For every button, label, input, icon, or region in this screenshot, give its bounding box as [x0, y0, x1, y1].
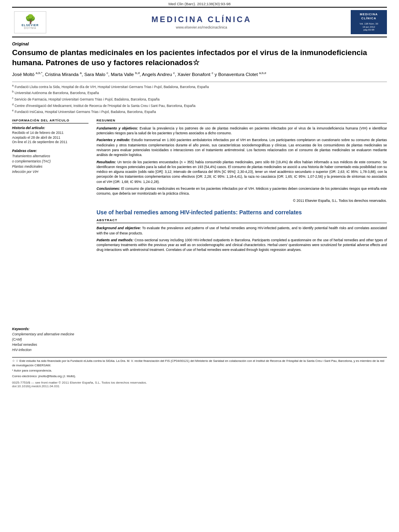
abstract-en-section: ABSTRACT Background and objective: To ev… [97, 218, 387, 253]
star-footnote: ☆ ☆ Este estudio ha sido financiado por … [12, 359, 387, 368]
right-column: RESUMEN Fundamento y objetivos: Evaluar … [97, 119, 387, 353]
abstract-background: Background and objective: To evaluate th… [97, 226, 387, 236]
left-column: INFORMACIÓN DEL ARTÍCULO Historia del ar… [12, 119, 88, 353]
received-text: Recibido el 14 de febrero de 2011 [12, 131, 88, 136]
two-column-layout: INFORMACIÓN DEL ARTÍCULO Historia del ar… [12, 119, 387, 353]
keyword-1: Tratamientos alternativos [12, 154, 88, 159]
info-section-label: INFORMACIÓN DEL ARTÍCULO [12, 119, 88, 123]
affil-a: a Fundació Lluita contra la Sida, Hospit… [12, 84, 387, 90]
journal-title-center: MEDICINA CLÍNICA www.elsevier.es/medicin… [52, 15, 351, 29]
english-title: Use of herbal remedies among HIV-infecte… [97, 209, 387, 216]
star-symbol: ☆ [12, 359, 16, 363]
resumen-pacientes: Pacientes y método: Estudio transversal … [97, 138, 387, 157]
article-title: Consumo de plantas medicinales en los pa… [12, 48, 387, 68]
keyword-en-4: HIV-infection [12, 347, 88, 353]
email-footnote: Correo electrónico: jmolto@flsida.org (J… [12, 374, 387, 379]
fundamento-label: Fundamento y objetivos: [97, 126, 138, 130]
citation-text: Med Clin (Barc). 2012;138(30):93-98 [169, 2, 231, 6]
corresponding-footnote: * Autor para correspondencia. [12, 369, 387, 373]
keywords-section-es: Palabras clave: Tratamientos alternativo… [12, 149, 88, 174]
patients-methods-label: Patients and methods: [97, 238, 134, 242]
keyword-2: o complementarios (TAC) [12, 159, 88, 164]
copyright-es: © 2011 Elsevier España, S.L. Todos los d… [97, 198, 387, 203]
authors-line: José Moltó a,b,*, Cristina Miranda a, Sa… [12, 71, 387, 78]
abstract-en-label: ABSTRACT [97, 218, 387, 223]
journal-header: 🌳 ELSEVIER DOYMA MEDICINA CLÍNICA www.el… [12, 7, 387, 37]
keyword-3: Plantas medicinales [12, 164, 88, 169]
affil-d: d Centre d'Investigació del Medicament, … [12, 103, 387, 109]
issn-line: 0025-7753/$ — see front matter © 2011 El… [12, 381, 387, 384]
affil-c: c Servicio de Farmacia, Hospital Univers… [12, 96, 387, 102]
pacientes-label: Pacientes y método: [97, 138, 130, 142]
doi-line: doi:10.1016/j.medcli.2011.04.031 [12, 384, 387, 388]
keyword-en-1: Complementary and alternative medicine [12, 332, 88, 337]
affil-b: b Universitat Autònoma de Barcelona, Bar… [12, 90, 387, 96]
resumen-fundamento: Fundamento y objetivos: Evaluar la preva… [97, 126, 387, 136]
resumen-conclusiones: Conclusiones: El consumo de plantas medi… [97, 186, 387, 196]
resultados-label: Resultados: [97, 160, 116, 164]
elsevier-logo: 🌳 ELSEVIER DOYMA [12, 11, 48, 33]
article-info-section: INFORMACIÓN DEL ARTÍCULO Historia del ar… [12, 119, 88, 175]
background-label: Background and objective: [97, 226, 141, 230]
title-star: ☆ [193, 58, 200, 67]
online-text: On-line el 21 de septiembre de 2011 [12, 140, 88, 145]
elsevier-tree-icon: 🌳 [25, 15, 36, 24]
history-subsection: Historia del artículo: Recibido el 14 de… [12, 126, 88, 145]
elsevier-text: ELSEVIER [22, 24, 39, 27]
resumen-section: RESUMEN Fundamento y objetivos: Evaluar … [97, 119, 387, 203]
medicina-clinica-logo: MEDICINACLÍNICA Vol. 138 Núm. 30 16 jun … [351, 10, 387, 34]
keywords-en-label: Keywords: [12, 327, 88, 331]
affil-e: e Fundació IrsiCaixa, Hospital Universit… [12, 109, 387, 115]
resumen-label: RESUMEN [97, 119, 387, 123]
history-label: Historia del artículo: [12, 126, 88, 130]
resumen-resultados: Resultados: Un tercio de los pacientes e… [97, 160, 387, 185]
article-type: Original [12, 41, 387, 46]
citation-bar: Med Clin (Barc). 2012;138(30):93-98 [12, 0, 387, 7]
journal-name: MEDICINA CLÍNICA [52, 15, 351, 24]
keyword-4: Infección por VIH [12, 169, 88, 175]
abstract-patients: Patients and methods: Cross-sectional su… [97, 238, 387, 253]
keywords-section-en: Keywords: Complementary and alternative … [12, 327, 88, 352]
footer-section: ☆ ☆ Este estudio ha sido financiado por … [12, 357, 387, 388]
accepted-text: Aceptado el 28 de abril de 2011 [12, 136, 88, 140]
affiliations: a Fundació Lluita contra la Sida, Hospit… [12, 82, 387, 115]
keyword-en-2: (CAM) [12, 337, 88, 342]
conclusiones-label: Conclusiones: [97, 187, 120, 191]
journal-url: www.elsevier.es/medicinaclinica [52, 25, 351, 29]
palabras-clave-label: Palabras clave: [12, 149, 88, 153]
doyma-text: DOYMA [24, 27, 37, 29]
keyword-en-3: Herbal remedies [12, 342, 88, 347]
